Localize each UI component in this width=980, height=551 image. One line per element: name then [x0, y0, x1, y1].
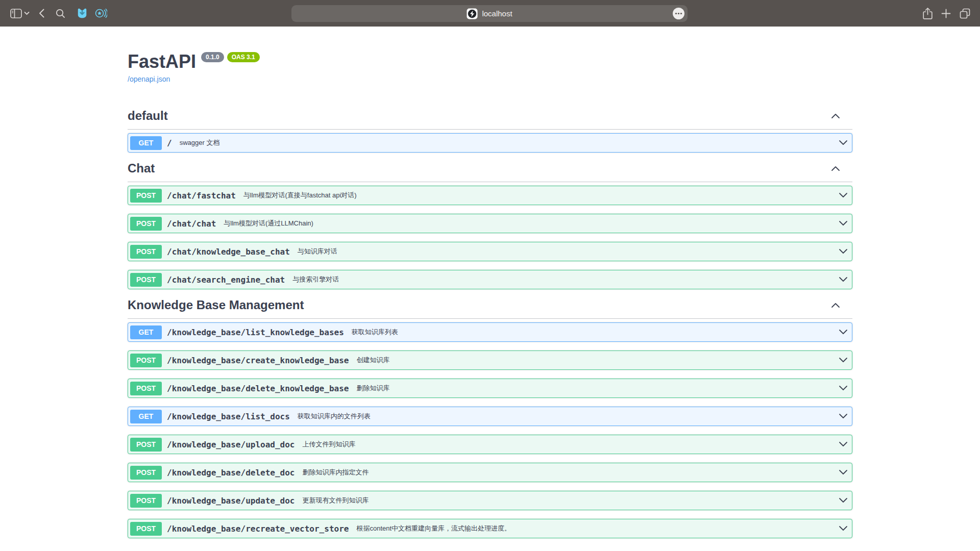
sidebar-toggle-icon[interactable]	[10, 9, 22, 18]
endpoint-row[interactable]: POST /knowledge_base/delete_knowledge_ba…	[128, 379, 852, 398]
endpoint-description: 删除知识库内指定文件	[302, 468, 369, 477]
address-bar[interactable]: localhost	[291, 5, 688, 22]
chevron-down-icon[interactable]	[839, 248, 848, 255]
version-badge: 0.1.0	[201, 52, 224, 62]
extension-shield-icon[interactable]	[77, 8, 88, 19]
endpoint-description: 创建知识库	[356, 356, 389, 365]
endpoint-row[interactable]: POST /knowledge_base/recreate_vector_sto…	[128, 519, 852, 538]
share-icon[interactable]	[922, 7, 933, 20]
chevron-down-icon[interactable]	[839, 357, 848, 363]
chevron-up-icon[interactable]	[831, 302, 840, 308]
section-kbm-header[interactable]: Knowledge Base Management	[128, 298, 852, 319]
oas-badge: OAS 3.1	[227, 52, 260, 62]
chevron-up-icon[interactable]	[831, 165, 840, 171]
method-badge: GET	[130, 325, 162, 339]
endpoint-description: 更新现有文件到知识库	[302, 496, 369, 505]
endpoint-row[interactable]: POST /chat/chat 与llm模型对话(通过LLMChain)	[128, 214, 852, 233]
chevron-down-icon[interactable]	[839, 469, 848, 475]
method-badge: GET	[130, 136, 162, 150]
endpoint-row[interactable]: GET /knowledge_base/list_docs 获取知识库内的文件列…	[128, 407, 852, 426]
method-badge: POST	[130, 189, 162, 203]
method-badge: POST	[130, 522, 162, 536]
endpoint-description: swagger 文档	[180, 138, 220, 147]
section-knowledge-base-management: Knowledge Base Management GET /knowledge…	[128, 298, 852, 538]
chevron-down-icon[interactable]	[839, 192, 848, 198]
section-default: default GET / swagger 文档	[128, 109, 852, 153]
chevron-up-icon[interactable]	[831, 113, 840, 119]
endpoint-description: 上传文件到知识库	[302, 440, 355, 449]
endpoint-row[interactable]: POST /knowledge_base/delete_doc 删除知识库内指定…	[128, 463, 852, 482]
swagger-ui-page: FastAPI 0.1.0 OAS 3.1 /openapi.json defa…	[128, 51, 852, 538]
endpoint-row[interactable]: GET / swagger 文档	[128, 133, 852, 153]
tab-overview-icon[interactable]	[959, 8, 971, 19]
endpoint-path: /chat/fastchat	[167, 191, 236, 201]
chevron-down-icon[interactable]	[839, 140, 848, 146]
back-icon[interactable]	[39, 9, 44, 18]
endpoint-description: 与llm模型对话(通过LLMChain)	[224, 219, 313, 228]
sidebar-chevron-down-icon[interactable]	[24, 11, 30, 15]
section-chat-header[interactable]: Chat	[128, 161, 852, 182]
method-badge: POST	[130, 354, 162, 367]
endpoint-path: /chat/knowledge_base_chat	[167, 247, 290, 257]
chevron-down-icon[interactable]	[839, 385, 848, 391]
search-icon[interactable]	[56, 9, 65, 18]
page-options-ellipsis-icon[interactable]	[673, 8, 684, 19]
endpoint-path: /knowledge_base/list_docs	[167, 412, 290, 421]
endpoint-row[interactable]: POST /knowledge_base/create_knowledge_ba…	[128, 350, 852, 370]
section-chat: Chat POST /chat/fastchat 与llm模型对话(直接与fas…	[128, 161, 852, 289]
section-title: default	[128, 109, 168, 123]
chevron-down-icon[interactable]	[839, 220, 848, 227]
method-badge: POST	[130, 245, 162, 259]
endpoint-path: /knowledge_base/delete_knowledge_base	[167, 384, 349, 393]
section-title: Chat	[128, 161, 155, 176]
api-info-block: FastAPI 0.1.0 OAS 3.1 /openapi.json	[128, 51, 852, 84]
browser-toolbar: localhost	[0, 0, 980, 27]
endpoint-path: /chat/search_engine_chat	[167, 275, 285, 285]
method-badge: POST	[130, 217, 162, 231]
endpoint-description: 与llm模型对话(直接与fastchat api对话)	[243, 191, 357, 200]
method-badge: POST	[130, 273, 162, 287]
endpoint-description: 删除知识库	[356, 384, 389, 393]
chevron-down-icon[interactable]	[839, 525, 848, 532]
endpoint-description: 获取知识库内的文件列表	[298, 412, 371, 421]
endpoint-row[interactable]: POST /chat/knowledge_base_chat 与知识库对话	[128, 242, 852, 261]
endpoint-path: /chat/chat	[167, 219, 216, 229]
endpoint-path: /knowledge_base/delete_doc	[167, 468, 295, 478]
openapi-spec-link[interactable]: /openapi.json	[128, 75, 170, 83]
endpoint-row[interactable]: POST /knowledge_base/upload_doc 上传文件到知识库	[128, 435, 852, 454]
chevron-down-icon[interactable]	[839, 277, 848, 283]
endpoint-path: /knowledge_base/list_knowledge_bases	[167, 328, 344, 337]
chevron-down-icon[interactable]	[839, 413, 848, 419]
url-host-text: localhost	[482, 9, 512, 18]
endpoint-description: 与知识库对话	[298, 247, 337, 256]
method-badge: POST	[130, 494, 162, 508]
extension-circles-icon[interactable]	[95, 8, 107, 19]
chevron-down-icon[interactable]	[839, 497, 848, 504]
chevron-down-icon[interactable]	[839, 441, 848, 447]
endpoint-description: 根据content中文档重建向量库，流式输出处理进度。	[356, 524, 511, 533]
section-title: Knowledge Base Management	[128, 298, 304, 312]
endpoint-row[interactable]: GET /knowledge_base/list_knowledge_bases…	[128, 322, 852, 342]
section-default-header[interactable]: default	[128, 109, 852, 130]
site-favicon	[467, 8, 478, 19]
endpoint-path: /knowledge_base/create_knowledge_base	[167, 356, 349, 365]
method-badge: GET	[130, 410, 162, 423]
endpoint-description: 与搜索引擎对话	[292, 275, 339, 284]
endpoint-row[interactable]: POST /chat/search_engine_chat 与搜索引擎对话	[128, 270, 852, 289]
chevron-down-icon[interactable]	[839, 329, 848, 335]
endpoint-path: /knowledge_base/update_doc	[167, 496, 295, 506]
endpoint-path: /knowledge_base/recreate_vector_store	[167, 524, 349, 534]
method-badge: POST	[130, 438, 162, 452]
endpoint-row[interactable]: POST /chat/fastchat 与llm模型对话(直接与fastchat…	[128, 186, 852, 205]
method-badge: POST	[130, 466, 162, 480]
endpoint-path: /knowledge_base/upload_doc	[167, 440, 295, 449]
endpoint-path: /	[167, 138, 172, 148]
page-title: FastAPI	[128, 51, 196, 72]
new-tab-icon[interactable]	[941, 9, 951, 18]
method-badge: POST	[130, 382, 162, 395]
endpoint-description: 获取知识库列表	[352, 328, 398, 337]
endpoint-row[interactable]: POST /knowledge_base/update_doc 更新现有文件到知…	[128, 491, 852, 510]
